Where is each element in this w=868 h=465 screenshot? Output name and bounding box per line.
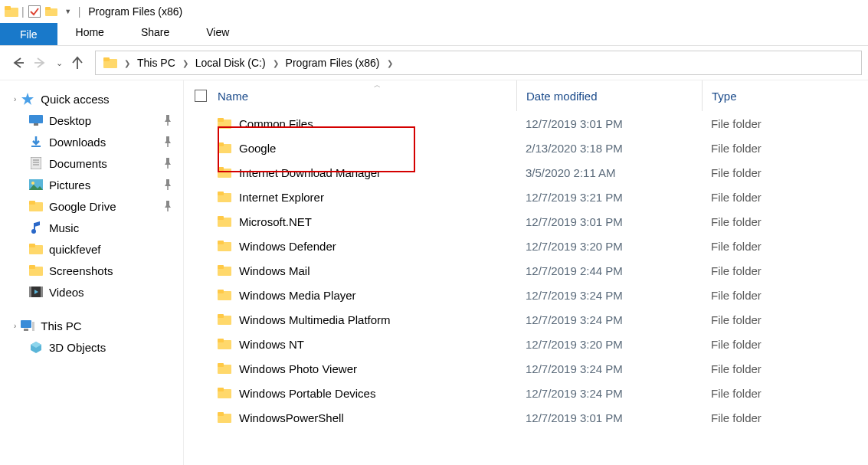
folder-icon xyxy=(28,241,44,257)
svg-rect-33 xyxy=(41,287,43,297)
file-type: File folder xyxy=(702,264,762,277)
breadcrumb-segment[interactable]: Program Files (x86) xyxy=(281,51,385,74)
separator: | xyxy=(78,5,81,18)
sidebar-item-label: Desktop xyxy=(49,114,91,127)
table-row[interactable]: Windows NT12/7/2019 3:20 PMFile folder xyxy=(184,332,868,356)
svg-rect-2 xyxy=(28,6,40,18)
folder-icon xyxy=(218,339,233,349)
folder-icon xyxy=(218,363,233,374)
table-row[interactable]: Windows Defender12/7/2019 3:20 PMFile fo… xyxy=(184,234,868,258)
folder-small-icon[interactable] xyxy=(43,7,60,16)
breadcrumb-segment[interactable]: Local Disk (C:) xyxy=(191,51,270,74)
svg-rect-15 xyxy=(31,157,41,169)
file-tab[interactable]: File xyxy=(0,23,57,45)
downloads-icon xyxy=(28,134,44,149)
svg-rect-52 xyxy=(218,290,224,293)
table-row[interactable]: Windows Portable Devices12/7/2019 3:24 P… xyxy=(184,381,868,405)
separator: | xyxy=(21,5,25,18)
svg-point-26 xyxy=(31,229,36,234)
sidebar-item-documents[interactable]: Documents xyxy=(0,152,183,174)
svg-rect-44 xyxy=(218,192,224,195)
file-name: Microsoft.NET xyxy=(239,215,312,228)
sidebar-item-google-drive[interactable]: Google Drive xyxy=(0,195,183,217)
table-row[interactable]: Google2/13/2020 3:18 PMFile folder xyxy=(184,136,868,160)
desktop-icon xyxy=(28,113,44,128)
file-date: 12/7/2019 3:01 PM xyxy=(516,117,702,130)
table-row[interactable]: Microsoft.NET12/7/2019 3:01 PMFile folde… xyxy=(184,209,868,234)
file-name: Windows Photo Viewer xyxy=(239,362,357,375)
file-list: Name︿ Date modified Type Common Files12/… xyxy=(184,80,868,465)
table-row[interactable]: Windows Multimedia Platform12/7/2019 3:2… xyxy=(184,307,868,332)
pictures-icon xyxy=(28,177,44,192)
nav-row: ⌄ ❯ This PC ❯ Local Disk (C:) ❯ Program … xyxy=(0,46,868,80)
sidebar-item-3d-objects[interactable]: 3D Objects xyxy=(0,336,183,358)
pin-icon xyxy=(163,158,172,169)
quick-access-header[interactable]: › Quick access xyxy=(0,88,183,110)
svg-rect-50 xyxy=(218,265,224,269)
sidebar-item-quickfevef[interactable]: quickfevef xyxy=(0,238,183,260)
sidebar-item-downloads[interactable]: Downloads xyxy=(0,131,183,152)
table-row[interactable]: Windows Mail12/7/2019 2:44 PMFile folder xyxy=(184,258,868,283)
sidebar-item-desktop[interactable]: Desktop xyxy=(0,110,183,131)
file-date: 12/7/2019 3:24 PM xyxy=(516,313,702,326)
svg-rect-30 xyxy=(29,265,35,269)
table-row[interactable]: Windows Media Player12/7/2019 3:24 PMFil… xyxy=(184,283,868,307)
file-name: Internet Explorer xyxy=(239,191,324,204)
table-row[interactable]: Common Files12/7/2019 3:01 PMFile folder xyxy=(184,111,868,136)
folder-icon xyxy=(99,51,122,74)
chevron-right-icon[interactable]: ❯ xyxy=(385,59,395,67)
address-bar[interactable]: ❯ This PC ❯ Local Disk (C:) ❯ Program Fi… xyxy=(95,51,862,75)
back-button[interactable] xyxy=(6,51,29,74)
folder-icon xyxy=(218,241,233,251)
folder-icon xyxy=(218,314,233,325)
forward-button[interactable] xyxy=(29,51,52,74)
documents-icon xyxy=(28,156,44,171)
dropdown-icon[interactable]: ▼ xyxy=(60,8,77,15)
svg-rect-42 xyxy=(218,167,224,171)
up-button[interactable] xyxy=(66,51,89,74)
this-pc-header[interactable]: › This PC xyxy=(0,315,183,336)
chevron-right-icon[interactable]: ❯ xyxy=(122,59,133,67)
view-tab[interactable]: View xyxy=(188,23,247,45)
pin-icon xyxy=(163,136,172,147)
file-date: 12/7/2019 3:24 PM xyxy=(516,362,702,375)
sidebar-item-music[interactable]: Music xyxy=(0,217,183,238)
file-date: 12/7/2019 3:01 PM xyxy=(516,215,702,228)
file-name: Windows Mail xyxy=(239,264,310,277)
sidebar-item-videos[interactable]: Videos xyxy=(0,281,183,303)
file-date: 12/7/2019 3:20 PM xyxy=(516,240,702,253)
svg-rect-58 xyxy=(218,363,224,367)
sidebar-item-label: 3D Objects xyxy=(49,341,106,354)
file-name: WindowsPowerShell xyxy=(239,411,344,424)
sidebar-item-label: Music xyxy=(49,221,79,234)
file-name: Windows Portable Devices xyxy=(239,387,375,400)
file-date: 12/7/2019 3:20 PM xyxy=(516,338,702,351)
recent-dropdown[interactable]: ⌄ xyxy=(52,51,66,74)
chevron-right-icon: › xyxy=(14,322,16,330)
table-row[interactable]: WindowsPowerShell12/7/2019 3:01 PMFile f… xyxy=(184,405,868,430)
share-tab[interactable]: Share xyxy=(123,23,188,45)
chevron-right-icon[interactable]: ❯ xyxy=(180,59,191,67)
sidebar-item-screenshots[interactable]: Screenshots xyxy=(0,260,183,281)
sidebar-item-label: Google Drive xyxy=(49,200,116,213)
column-date[interactable]: Date modified xyxy=(516,80,702,111)
column-type[interactable]: Type xyxy=(702,80,737,111)
pin-icon xyxy=(163,179,172,190)
file-type: File folder xyxy=(702,387,762,400)
file-name: Windows NT xyxy=(239,338,304,351)
sidebar-item-label: Documents xyxy=(49,157,107,170)
table-row[interactable]: Windows Photo Viewer12/7/2019 3:24 PMFil… xyxy=(184,356,868,381)
check-icon[interactable] xyxy=(26,5,43,18)
this-pc-label: This PC xyxy=(41,319,81,332)
select-all-checkbox[interactable] xyxy=(195,90,207,102)
table-row[interactable]: Internet Download Manager3/5/2020 2:11 A… xyxy=(184,160,868,185)
chevron-right-icon[interactable]: ❯ xyxy=(270,59,281,67)
sidebar-item-label: Downloads xyxy=(49,136,106,149)
sidebar-item-pictures[interactable]: Pictures xyxy=(0,174,183,195)
folder-icon xyxy=(3,6,20,17)
svg-rect-28 xyxy=(29,244,35,247)
column-name[interactable]: Name︿ xyxy=(218,90,516,103)
table-row[interactable]: Internet Explorer12/7/2019 3:21 PMFile f… xyxy=(184,185,868,209)
home-tab[interactable]: Home xyxy=(57,23,123,45)
breadcrumb-segment[interactable]: This PC xyxy=(133,51,180,74)
